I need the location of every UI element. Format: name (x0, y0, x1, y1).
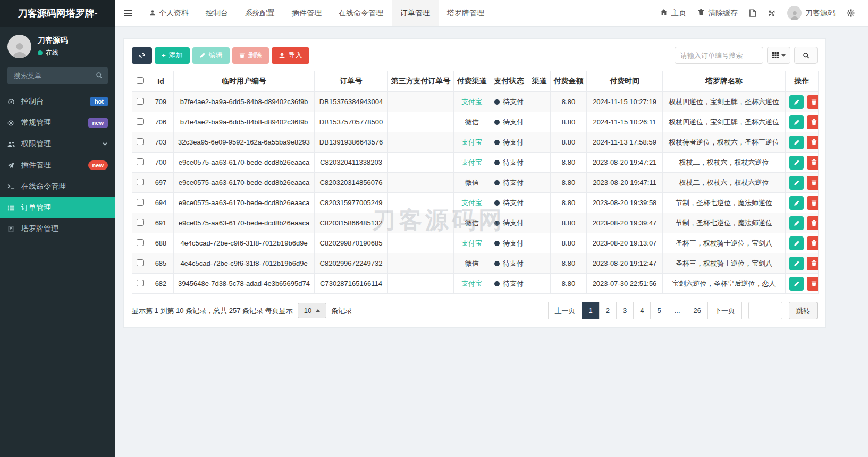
user-menu[interactable]: 刀客源码 (781, 0, 841, 27)
sidebar-item-console[interactable]: 控制台hot (0, 91, 115, 112)
page-button-26[interactable]: 26 (687, 302, 708, 319)
sidebar-search-input[interactable] (7, 67, 108, 84)
row-checkbox[interactable] (137, 98, 144, 105)
search-button[interactable] (794, 47, 818, 64)
cell-amount: 8.80 (551, 253, 587, 274)
next-page-button[interactable]: 下一页 (707, 302, 742, 319)
order-search-input[interactable] (675, 47, 763, 64)
cell-status: 待支付 (490, 213, 528, 233)
edit-label: 编辑 (209, 50, 223, 60)
column-header-10: 操作 (786, 71, 819, 92)
clear-cache-link[interactable]: 清除缓存 (692, 0, 744, 27)
channel-label[interactable]: 支付宝 (461, 280, 482, 287)
channel-label[interactable]: 支付宝 (461, 199, 482, 207)
row-checkbox[interactable] (137, 158, 144, 165)
row-edit-button[interactable] (789, 95, 804, 109)
channel-label[interactable]: 支付宝 (461, 98, 482, 106)
row-edit-button[interactable] (789, 115, 804, 129)
tab-console[interactable]: 控制台 (197, 0, 237, 26)
jump-page-input[interactable] (748, 302, 782, 319)
table-row: 700e9ce0575-aa63-6170-bede-dcd8b26eaacaC… (132, 153, 819, 173)
sidebar-item-permission[interactable]: 权限管理 (0, 133, 115, 155)
channel-label[interactable]: 支付宝 (461, 138, 482, 146)
cell-time: 2023-08-20 19:47:21 (587, 153, 663, 173)
status-badge: 待支付 (494, 117, 524, 127)
tab-plugin[interactable]: 插件管理 (283, 0, 330, 26)
sidebar-item-command[interactable]: 在线命令管理 (0, 176, 115, 197)
refresh-button[interactable] (132, 47, 152, 64)
page-button-5[interactable]: 5 (650, 302, 668, 319)
channel-label[interactable]: 支付宝 (461, 158, 482, 166)
cell-amount: 8.80 (551, 233, 587, 253)
cell-order-no: C820315977005249 (315, 193, 388, 213)
row-delete-button[interactable] (807, 216, 819, 230)
import-button[interactable]: 导入 (272, 47, 309, 64)
page-size-select[interactable]: 10 (298, 303, 326, 318)
tab-sysconfig[interactable]: 系统配置 (237, 0, 283, 26)
tab-command[interactable]: 在线命令管理 (330, 0, 392, 26)
sidebar-item-order[interactable]: 订单管理 (0, 197, 115, 218)
row-delete-button[interactable] (807, 196, 819, 210)
settings-gear-icon[interactable] (841, 0, 861, 27)
row-delete-button[interactable] (807, 115, 819, 129)
cell-third-no (388, 274, 454, 294)
row-checkbox[interactable] (137, 118, 144, 125)
prev-page-button[interactable]: 上一页 (548, 302, 583, 319)
page-button-2[interactable]: 2 (599, 302, 617, 319)
sidebar-item-general[interactable]: 常规管理new (0, 112, 115, 133)
cell-channel: 支付宝 (454, 153, 490, 173)
select-all-checkbox[interactable] (137, 77, 144, 84)
row-edit-button[interactable] (789, 136, 804, 149)
tab-profile[interactable]: 个人资料 (141, 0, 197, 26)
hamburger-menu-icon[interactable] (115, 0, 141, 26)
caret-down-icon (781, 54, 786, 57)
row-delete-button[interactable] (807, 136, 819, 149)
row-delete-button[interactable] (807, 277, 819, 291)
cell-amount: 8.80 (551, 92, 587, 112)
row-checkbox[interactable] (137, 259, 144, 266)
sidebar-item-tarot[interactable]: 塔罗牌管理 (0, 218, 115, 240)
row-checkbox[interactable] (137, 219, 144, 226)
row-checkbox[interactable] (137, 138, 144, 145)
page-ellipsis-button[interactable]: ... (668, 302, 687, 319)
tab-order[interactable]: 订单管理 (392, 0, 439, 26)
row-checkbox[interactable] (137, 199, 144, 206)
jump-button[interactable]: 跳转 (789, 302, 818, 319)
delete-button[interactable]: 删除 (232, 47, 269, 64)
row-delete-button[interactable] (807, 236, 819, 250)
page-button-1[interactable]: 1 (582, 302, 600, 319)
row-delete-button[interactable] (807, 156, 819, 170)
row-checkbox[interactable] (137, 280, 144, 286)
chevron-down-icon (102, 142, 108, 146)
sidebar-item-plugin[interactable]: 插件管理new (0, 155, 115, 176)
row-edit-button[interactable] (789, 236, 804, 250)
row-checkbox[interactable] (137, 179, 144, 185)
home-link[interactable]: 主页 (654, 0, 692, 27)
page-button-3[interactable]: 3 (616, 302, 634, 319)
edit-button[interactable]: 编辑 (192, 47, 230, 64)
tab-label: 系统配置 (245, 9, 275, 18)
row-delete-button[interactable] (807, 257, 819, 270)
row-edit-button[interactable] (789, 216, 804, 230)
cell-third-no (388, 253, 454, 274)
row-checkbox[interactable] (137, 239, 144, 246)
fullscreen-icon[interactable] (762, 0, 781, 27)
cell-user-no: e9ce0575-aa63-6170-bede-dcd8b26eaaca (174, 193, 315, 213)
row-edit-button[interactable] (789, 156, 804, 170)
channel-label[interactable]: 支付宝 (461, 239, 482, 247)
caret-up-icon (316, 309, 320, 312)
add-button[interactable]: +添加 (155, 47, 190, 64)
tab-tarot[interactable]: 塔罗牌管理 (439, 0, 493, 26)
row-delete-button[interactable] (807, 176, 819, 190)
row-edit-button[interactable] (789, 277, 804, 291)
columns-button[interactable] (767, 47, 790, 64)
row-edit-button[interactable] (789, 176, 804, 190)
row-edit-button[interactable] (789, 257, 804, 270)
status-dot-icon (494, 99, 500, 105)
log-file-icon[interactable] (744, 0, 762, 27)
row-delete-button[interactable] (807, 95, 819, 109)
status-badge: 待支付 (494, 158, 524, 167)
refresh-icon (138, 52, 146, 59)
row-edit-button[interactable] (789, 196, 804, 210)
page-button-4[interactable]: 4 (633, 302, 651, 319)
